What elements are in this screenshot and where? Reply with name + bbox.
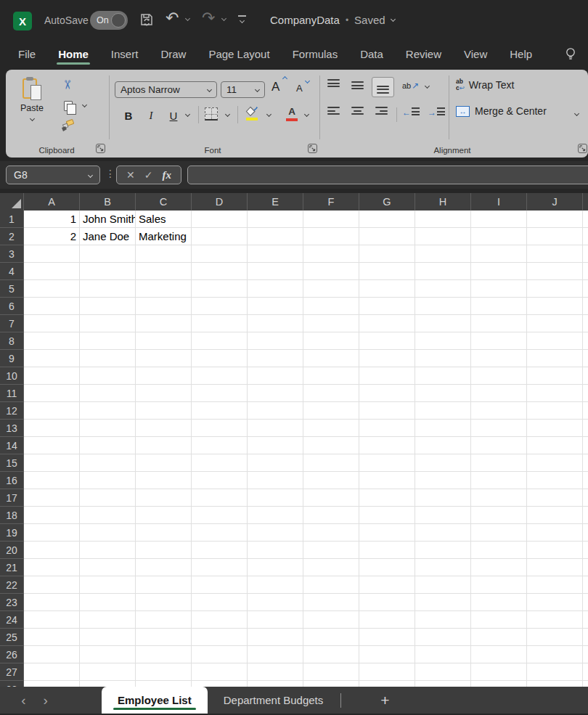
cell-B2[interactable]: Jane Doe xyxy=(80,228,136,245)
italic-button[interactable]: I xyxy=(144,107,158,123)
cell-F1[interactable] xyxy=(303,211,359,228)
cell-J11[interactable] xyxy=(527,385,583,402)
cell-A14[interactable] xyxy=(24,437,80,454)
cell-A5[interactable] xyxy=(24,280,80,298)
cell-C25[interactable] xyxy=(136,629,192,646)
bold-button[interactable]: B xyxy=(121,107,136,123)
cell-I25[interactable] xyxy=(471,629,527,646)
cell-D18[interactable] xyxy=(192,507,248,524)
cell-B17[interactable] xyxy=(80,489,136,507)
cell-J12[interactable] xyxy=(527,402,583,420)
cell-A8[interactable] xyxy=(24,332,80,350)
cell-A9[interactable] xyxy=(24,350,80,367)
cell-C11[interactable] xyxy=(136,385,192,402)
cell-B4[interactable] xyxy=(80,263,136,280)
cell-B8[interactable] xyxy=(80,332,136,350)
cell-B22[interactable] xyxy=(80,576,136,594)
cell-C6[interactable] xyxy=(136,298,192,315)
cell-G14[interactable] xyxy=(359,437,415,454)
cell-J26[interactable] xyxy=(527,646,583,663)
select-all-button[interactable] xyxy=(0,193,24,211)
formula-bar-drag-handle[interactable]: ⋮ xyxy=(105,168,115,179)
cell-H9[interactable] xyxy=(415,350,471,367)
ribbon-tab-review[interactable]: Review xyxy=(406,45,441,67)
cell-I12[interactable] xyxy=(471,402,527,420)
cell-H25[interactable] xyxy=(415,629,471,646)
cell-I26[interactable] xyxy=(471,646,527,663)
cell-F24[interactable] xyxy=(303,611,359,629)
cell-D17[interactable] xyxy=(192,489,248,507)
column-header-B[interactable]: B xyxy=(80,193,136,211)
cell-F9[interactable] xyxy=(303,350,359,367)
decrease-indent-button[interactable]: ← xyxy=(402,107,420,118)
cell-A27[interactable] xyxy=(24,663,80,681)
cell-E28[interactable] xyxy=(248,681,303,687)
cell-D7[interactable] xyxy=(192,315,248,332)
cell-F11[interactable] xyxy=(303,385,359,402)
cell-J2[interactable] xyxy=(527,228,583,245)
cell-C1[interactable]: Sales xyxy=(136,211,192,228)
row-header-8[interactable]: 8 xyxy=(0,332,24,350)
cell-B6[interactable] xyxy=(80,298,136,315)
cell-E2[interactable] xyxy=(248,228,303,245)
cell-I20[interactable] xyxy=(471,542,527,559)
cell-C3[interactable] xyxy=(136,245,192,263)
cell-B14[interactable] xyxy=(80,437,136,454)
document-title[interactable]: CompanyData xyxy=(270,14,340,26)
cell-E18[interactable] xyxy=(248,507,303,524)
row-header-7[interactable]: 7 xyxy=(0,315,24,332)
cell-B15[interactable] xyxy=(80,454,136,472)
cell-G28[interactable] xyxy=(359,681,415,687)
cell-J9[interactable] xyxy=(527,350,583,367)
cell-F21[interactable] xyxy=(303,559,359,576)
cell-C24[interactable] xyxy=(136,611,192,629)
cell-A18[interactable] xyxy=(24,507,80,524)
row-header-14[interactable]: 14 xyxy=(0,437,24,454)
cell-C28[interactable] xyxy=(136,681,192,687)
column-header-H[interactable]: H xyxy=(415,193,471,211)
cell-E19[interactable] xyxy=(248,524,303,542)
cell-A6[interactable] xyxy=(24,298,80,315)
cell-E21[interactable] xyxy=(248,559,303,576)
cell-I1[interactable] xyxy=(471,211,527,228)
cell-C18[interactable] xyxy=(136,507,192,524)
sheet-tab-employee-list[interactable]: Employee List xyxy=(102,687,208,714)
cell-H21[interactable] xyxy=(415,559,471,576)
cell-I5[interactable] xyxy=(471,280,527,298)
cell-J19[interactable] xyxy=(527,524,583,542)
cell-J6[interactable] xyxy=(527,298,583,315)
cell-D21[interactable] xyxy=(192,559,248,576)
cell-J1[interactable] xyxy=(527,211,583,228)
cell-H7[interactable] xyxy=(415,315,471,332)
undo-dropdown-icon[interactable] xyxy=(186,17,189,20)
font-dialog-launcher-icon[interactable] xyxy=(308,144,317,153)
cell-J14[interactable] xyxy=(527,437,583,454)
cell-I11[interactable] xyxy=(471,385,527,402)
cell-J20[interactable] xyxy=(527,542,583,559)
cell-E1[interactable] xyxy=(248,211,303,228)
cell-J27[interactable] xyxy=(527,663,583,681)
cell-D8[interactable] xyxy=(192,332,248,350)
column-header-A[interactable]: A xyxy=(24,193,80,211)
cell-I4[interactable] xyxy=(471,263,527,280)
orientation-button[interactable]: ab ↗ xyxy=(402,81,419,91)
row-header-27[interactable]: 27 xyxy=(0,663,24,681)
cell-E6[interactable] xyxy=(248,298,303,315)
cell-H16[interactable] xyxy=(415,472,471,489)
cell-H4[interactable] xyxy=(415,263,471,280)
align-left-button[interactable] xyxy=(327,107,340,117)
cell-G25[interactable] xyxy=(359,629,415,646)
undo-button[interactable]: ↶ xyxy=(166,10,179,26)
cell-G5[interactable] xyxy=(359,280,415,298)
cell-G23[interactable] xyxy=(359,594,415,611)
cell-F18[interactable] xyxy=(303,507,359,524)
cell-J3[interactable] xyxy=(527,245,583,263)
cell-G11[interactable] xyxy=(359,385,415,402)
column-header-J[interactable]: J xyxy=(527,193,583,211)
cell-A19[interactable] xyxy=(24,524,80,542)
cell-C4[interactable] xyxy=(136,263,192,280)
cell-F27[interactable] xyxy=(303,663,359,681)
cell-G6[interactable] xyxy=(359,298,415,315)
cell-D26[interactable] xyxy=(192,646,248,663)
paste-button[interactable]: Paste xyxy=(15,74,49,138)
